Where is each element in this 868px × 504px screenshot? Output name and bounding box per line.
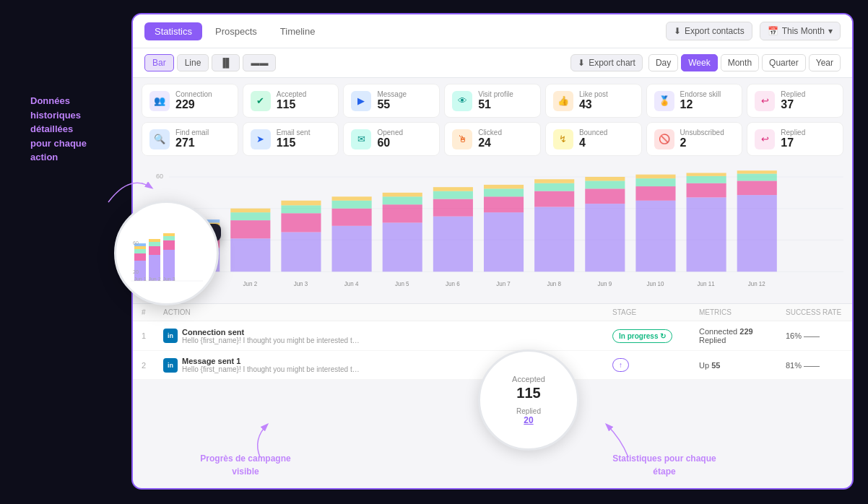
chart-zoom-circle: Jun 1 Jun 2 Jun 3 60 20 [114,201,219,305]
svg-text:Jun 1: Jun 1 [134,277,146,282]
visit-profile-icon: 👁 [452,91,472,111]
svg-rect-29 [383,204,422,222]
svg-rect-30 [383,196,422,204]
nav-tabs: Statistics Prospects Timeline [144,22,325,40]
clicked-icon: 🖱 [452,129,472,149]
stage-badge-1: In progress ↻ [612,329,672,343]
svg-text:60: 60 [133,240,139,246]
svg-rect-65 [737,174,777,181]
calendar-icon: 📅 [768,26,778,36]
left-annotation: Données historiques détaillées pour chaq… [30,94,124,165]
svg-rect-60 [687,176,726,183]
replied-label: Replied [516,407,541,415]
row-1-sub: Hello {first_name}! I thought you might … [182,336,363,344]
svg-rect-76 [149,239,160,242]
svg-rect-75 [149,242,160,246]
row-1-metrics: Connected 229 Replied [699,327,786,344]
col-success: Success rate [786,308,843,316]
svg-rect-16 [230,209,270,212]
svg-rect-50 [585,181,625,188]
svg-rect-80 [163,233,175,236]
svg-text:Jun 2: Jun 2 [243,280,258,287]
month-selector-button[interactable]: 📅 This Month ▾ [760,22,841,40]
connection-icon: 👥 [149,91,170,111]
tab-statistics[interactable]: Statistics [144,22,202,40]
table-row[interactable]: 1 in Connection sent Hello {first_name}!… [133,321,852,351]
row-1-stage: In progress ↻ [612,329,699,343]
svg-rect-18 [281,233,321,272]
svg-rect-33 [433,217,473,272]
svg-rect-74 [149,246,160,255]
stat-card-message: ▶ Message 55 [343,84,440,118]
message-icon: ▶ [351,91,371,111]
stat-card-email-sent: ➤ Email sent 115 [243,122,339,156]
chart-type-buttons: Bar Line ▐▌ ▬▬ [144,54,276,71]
svg-rect-21 [281,201,321,206]
tab-prospects[interactable]: Prospects [205,22,267,40]
svg-rect-58 [687,197,726,271]
export-contacts-button[interactable]: ⬇ Export contacts [666,22,752,40]
svg-rect-20 [281,205,321,213]
stacked-chart-icon: ▬▬ [251,58,268,68]
bar-chart-icon: ▐▌ [220,58,232,68]
bar-chart-svg: 60 40 20 Jun 1 [142,169,843,303]
svg-text:Jun 3: Jun 3 [294,280,308,287]
svg-rect-53 [635,201,675,271]
svg-rect-70 [134,249,146,253]
quarter-btn[interactable]: Quarter [762,54,806,71]
svg-rect-14 [230,220,270,238]
export-icon: ⬇ [578,58,585,68]
download-icon: ⬇ [674,26,681,36]
export-chart-button[interactable]: ⬇ Export chart [570,54,643,71]
tab-timeline[interactable]: Timeline [270,22,326,40]
chart-controls: Bar Line ▐▌ ▬▬ ⬇ Export chart Day Week M… [133,48,852,78]
email-sent-icon: ➤ [251,129,271,149]
stat-card-like-post: 👍 Like post 43 [545,84,642,118]
accepted-replied-circle: Accepted 115 Replied 20 [478,349,579,451]
svg-rect-36 [433,187,473,191]
stack-icon-btn[interactable]: ▬▬ [243,54,276,71]
svg-rect-46 [534,179,574,183]
svg-rect-54 [635,186,675,201]
svg-rect-39 [484,196,524,212]
row-2-num: 2 [142,361,163,370]
stat-card-unsubscribed: 🚫 Unsubscribed 2 [646,122,743,156]
svg-rect-24 [332,209,372,226]
col-num: # [142,308,163,316]
find-email-icon: 🔍 [149,129,170,149]
month-btn[interactable]: Month [721,54,759,71]
svg-rect-55 [635,178,675,186]
chevron-down-icon: ▾ [828,26,833,36]
col-metrics: Metrics [699,308,786,316]
svg-rect-45 [534,183,574,191]
linkedin-icon-1: in [163,329,178,343]
year-btn[interactable]: Year [809,54,841,71]
stat-card-opened: ✉ Opened 60 [343,122,440,156]
linkedin-icon-2: in [163,358,178,373]
svg-rect-51 [585,177,625,181]
svg-rect-28 [383,222,422,271]
day-btn[interactable]: Day [648,54,678,71]
svg-text:Jun 7: Jun 7 [496,280,511,287]
line-chart-btn[interactable]: Line [177,54,209,71]
stat-card-bounced: ↯ Bounced 4 [545,122,642,156]
bar-icon-btn[interactable]: ▐▌ [212,54,240,71]
bar-chart-btn[interactable]: Bar [144,54,174,71]
top-nav: Statistics Prospects Timeline ⬇ Export c… [133,14,852,48]
stat-card-replied-2: ↩ Replied 17 [747,122,843,156]
stat-card-replied-1: ↩ Replied 37 [747,84,843,118]
week-btn[interactable]: Week [681,54,717,71]
svg-text:Jun 11: Jun 11 [698,280,715,287]
svg-rect-35 [433,191,473,199]
svg-rect-61 [687,173,726,175]
replied-value: 20 [524,415,533,425]
row-1-title: Connection sent [182,328,363,336]
unsubscribed-icon: 🚫 [654,129,674,149]
svg-rect-56 [635,175,675,178]
row-1-num: 1 [142,331,163,340]
stat-cards-row-2: 🔍 Find email 271 ➤ Email sent 115 ✉ Open… [142,122,843,156]
table-header: # Action Stage Metrics Success rate [133,304,852,321]
chart-area: 60 40 20 Jun 1 [133,166,852,303]
stat-cards-section: 👥 Connection 229 ✔ Accepted 115 ▶ Messag… [133,78,852,166]
stat-card-find-email: 🔍 Find email 271 [142,122,238,156]
